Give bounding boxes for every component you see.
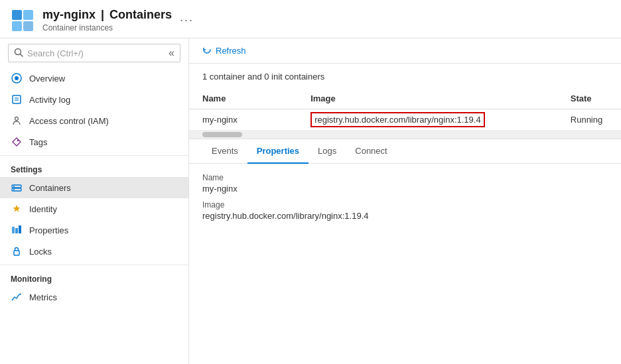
settings-section-header: Settings (0, 155, 188, 177)
scroll-handle[interactable] (202, 132, 242, 137)
svg-rect-19 (19, 225, 21, 233)
svg-line-5 (21, 54, 23, 56)
containers-icon (11, 182, 23, 194)
sidebar-item-iam-label: Access control (IAM) (29, 116, 109, 126)
svg-rect-1 (23, 10, 33, 20)
svg-rect-18 (15, 228, 18, 233)
iam-icon (11, 115, 23, 127)
search-icon (14, 48, 23, 59)
sidebar-item-locks-label: Locks (29, 247, 52, 257)
more-options-button[interactable]: ··· (180, 13, 194, 27)
sidebar-item-identity-label: Identity (29, 204, 57, 214)
svg-rect-8 (13, 95, 21, 103)
prop-name-group: Name my-nginx (202, 173, 608, 194)
sidebar-item-identity[interactable]: Identity (0, 198, 188, 219)
tab-properties[interactable]: Properties (247, 139, 309, 164)
collapse-button[interactable]: « (169, 47, 174, 59)
tags-icon (11, 136, 23, 148)
refresh-button[interactable]: Refresh (202, 45, 246, 56)
svg-point-7 (15, 76, 19, 80)
identity-icon (11, 203, 23, 215)
tabs-row: Events Properties Logs Connect (189, 139, 621, 164)
sidebar-item-metrics-label: Metrics (29, 292, 57, 302)
prop-image-label: Image (202, 200, 608, 210)
content-area: Refresh 1 container and 0 init container… (189, 38, 621, 364)
svg-rect-17 (12, 227, 15, 233)
cell-state: Running (557, 109, 621, 131)
svg-point-11 (15, 117, 19, 121)
prop-image-group: Image registry.hub.docker.com/library/ng… (202, 200, 608, 221)
sidebar: « Overview Activity log Access control (… (0, 38, 189, 364)
header: my-nginx | Containers Container instance… (0, 0, 621, 38)
tab-logs[interactable]: Logs (309, 139, 346, 164)
monitoring-section-header: Monitoring (0, 265, 188, 286)
containers-table: Name Image State my-nginx registry.hub.d… (189, 88, 621, 139)
metrics-icon (11, 291, 23, 303)
horizontal-scrollbar[interactable] (189, 131, 621, 139)
header-title-block: my-nginx | Containers Container instance… (42, 8, 172, 32)
page-name: Containers (109, 8, 172, 22)
prop-name-label: Name (202, 173, 608, 182)
content-body: 1 container and 0 init containers Name I… (189, 64, 621, 364)
col-image: Image (297, 88, 557, 109)
image-value: registry.hub.docker.com/library/nginx:1.… (310, 112, 485, 127)
properties-panel: Name my-nginx Image registry.hub.docker.… (189, 164, 621, 237)
summary-text: 1 container and 0 init containers (189, 64, 621, 88)
tab-connect[interactable]: Connect (346, 139, 396, 164)
sidebar-item-properties-label: Properties (29, 225, 68, 235)
sidebar-item-tags-label: Tags (29, 137, 47, 147)
search-input[interactable] (27, 48, 127, 58)
locks-icon (11, 245, 23, 257)
bottom-panel: Events Properties Logs Connect Name my-n… (189, 139, 621, 265)
refresh-icon (202, 45, 212, 56)
activity-log-icon (11, 93, 23, 105)
refresh-label: Refresh (216, 46, 246, 56)
sidebar-item-containers-label: Containers (29, 183, 71, 193)
cell-image: registry.hub.docker.com/library/nginx:1.… (297, 109, 557, 131)
header-subtitle: Container instances (42, 23, 172, 32)
sidebar-item-overview-label: Overview (29, 74, 65, 84)
svg-rect-0 (12, 10, 22, 20)
properties-icon (11, 224, 23, 236)
resource-icon (11, 9, 34, 32)
svg-rect-2 (12, 21, 22, 31)
toolbar: Refresh (189, 38, 621, 64)
col-state: State (557, 88, 621, 109)
sidebar-item-locks[interactable]: Locks (0, 241, 188, 262)
sidebar-item-activity-log-label: Activity log (29, 95, 70, 105)
main-layout: « Overview Activity log Access control (… (0, 38, 621, 364)
table-row[interactable]: my-nginx registry.hub.docker.com/library… (189, 109, 621, 131)
sidebar-item-access-control[interactable]: Access control (IAM) (0, 110, 188, 131)
sidebar-item-properties[interactable]: Properties (0, 219, 188, 241)
tab-events[interactable]: Events (202, 139, 247, 164)
title-separator: | (101, 8, 104, 22)
sidebar-item-overview[interactable]: Overview (0, 68, 188, 89)
svg-point-12 (17, 140, 19, 141)
svg-rect-3 (23, 21, 33, 31)
svg-rect-20 (14, 251, 19, 255)
sidebar-item-tags[interactable]: Tags (0, 131, 188, 152)
overview-icon (11, 72, 23, 84)
cell-name: my-nginx (189, 109, 297, 131)
prop-name-value: my-nginx (202, 184, 608, 194)
search-wrap[interactable]: « (8, 44, 180, 62)
sidebar-item-metrics[interactable]: Metrics (0, 286, 188, 308)
resource-name: my-nginx (42, 8, 96, 22)
sidebar-item-containers[interactable]: Containers (0, 177, 188, 198)
prop-image-value: registry.hub.docker.com/library/nginx:1.… (202, 211, 608, 221)
sidebar-item-activity-log[interactable]: Activity log (0, 89, 188, 110)
search-bar: « (0, 38, 188, 68)
page-title: my-nginx | Containers (42, 8, 172, 22)
col-name: Name (189, 88, 297, 109)
data-table: Name Image State my-nginx registry.hub.d… (189, 88, 621, 131)
